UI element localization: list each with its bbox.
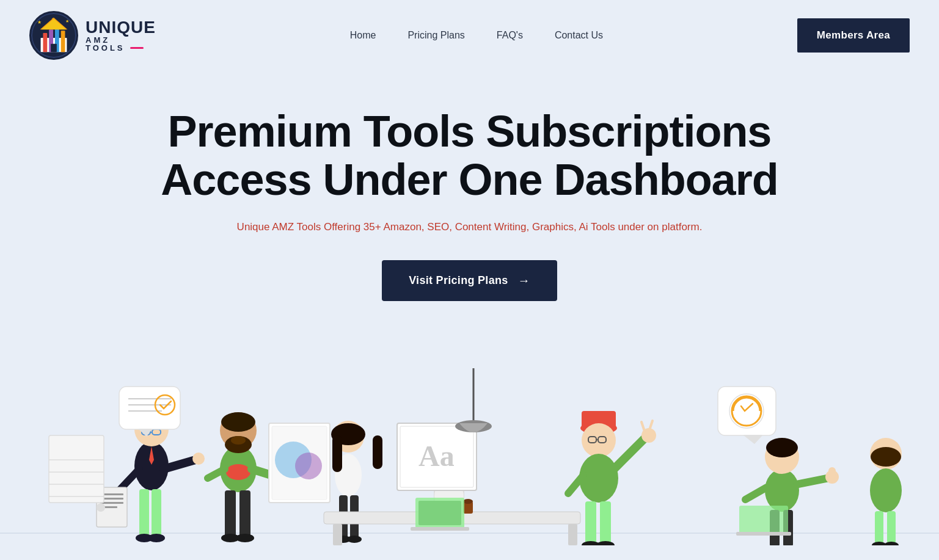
svg-rect-115 [736,532,791,536]
svg-point-105 [765,469,799,512]
svg-rect-83 [418,501,461,525]
hero-title-line1: Premium Tools Subscriptions [168,107,772,156]
hero-title-line2: Access Under One Dashboard [161,155,778,204]
nav-link-contact[interactable]: Contact Us [555,30,603,40]
svg-rect-114 [739,506,788,533]
visit-pricing-button[interactable]: Visit Pricing Plans → [382,260,557,301]
svg-point-47 [226,464,250,480]
svg-point-107 [766,438,798,457]
svg-point-119 [729,394,764,428]
svg-rect-74 [568,524,577,545]
members-area-button[interactable]: Members Area [797,18,910,53]
nav-links: Home Pricing Plans FAQ's Contact Us [350,30,603,41]
svg-point-23 [148,534,165,542]
nav-link-home[interactable]: Home [350,30,376,40]
nav-link-faq[interactable]: FAQ's [497,30,523,40]
navbar: ★ ★ ★ UNIQUE AMZ [0,0,939,71]
svg-rect-124 [875,511,883,545]
svg-rect-8 [61,31,65,52]
nav-item-pricing[interactable]: Pricing Plans [407,30,464,41]
svg-rect-125 [887,511,896,545]
svg-rect-52 [225,490,236,538]
nav-item-home[interactable]: Home [350,30,376,41]
svg-rect-101 [585,501,596,545]
svg-point-80 [463,499,473,504]
svg-point-62 [295,453,322,479]
svg-rect-20 [139,489,149,538]
hero-title: Premium Tools Subscriptions Access Under… [103,107,836,204]
svg-line-108 [797,478,828,484]
svg-rect-21 [152,489,161,538]
hero-subtitle: Unique AMZ Tools Offering 35+ Amazon, SE… [24,221,915,233]
svg-point-122 [871,447,901,467]
svg-point-71 [347,536,362,543]
svg-rect-73 [333,524,342,545]
svg-text:Aa: Aa [418,440,455,472]
logo: ★ ★ ★ UNIQUE AMZ [29,11,156,60]
svg-line-24 [164,460,195,469]
arrow-right-icon: → [518,274,530,288]
nav-link-pricing[interactable]: Pricing Plans [407,30,464,40]
svg-point-104 [596,541,615,545]
svg-marker-118 [743,435,763,444]
svg-point-45 [97,503,105,512]
svg-rect-66 [332,435,342,472]
logo-text: UNIQUE AMZ TOOLS [86,19,156,52]
svg-rect-11 [51,44,57,53]
logo-tools: TOOLS [86,44,156,52]
svg-rect-53 [239,490,250,538]
svg-point-25 [192,453,205,465]
svg-point-51 [231,436,246,445]
svg-point-50 [221,412,255,432]
svg-point-55 [236,534,254,542]
svg-rect-33 [119,387,180,429]
svg-line-98 [641,422,645,431]
nav-item-contact[interactable]: Contact Us [555,30,603,41]
svg-rect-102 [600,501,611,545]
svg-line-111 [745,487,767,500]
logo-dash-decoration [130,47,144,49]
hero-section: Premium Tools Subscriptions Access Under… [0,71,939,338]
svg-line-96 [614,438,645,469]
nav-item-faq[interactable]: FAQ's [497,30,523,41]
svg-rect-5 [43,33,47,52]
logo-icon: ★ ★ ★ [29,11,78,60]
svg-point-123 [870,468,902,512]
scene-container: Aa [0,338,939,545]
svg-rect-110 [828,467,836,478]
people-scene-svg: Aa [0,338,939,545]
svg-rect-67 [373,435,382,469]
svg-line-99 [649,421,652,430]
svg-rect-40 [49,435,104,503]
svg-point-127 [884,542,899,545]
hero-illustration: Aa [0,338,939,545]
visit-pricing-label: Visit Pricing Plans [409,274,508,287]
logo-unique: UNIQUE [86,19,156,36]
svg-rect-82 [411,527,469,531]
